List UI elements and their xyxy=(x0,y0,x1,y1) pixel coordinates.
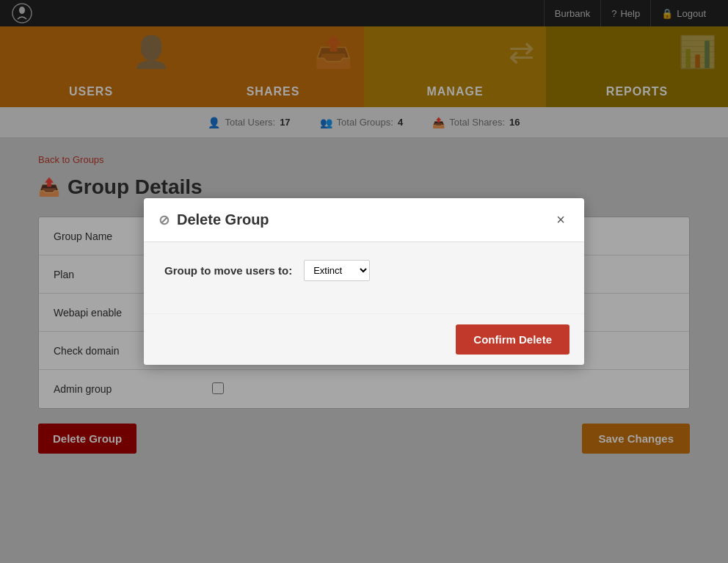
modal-title: ⊘ Delete Group xyxy=(159,211,269,228)
modal-header: ⊘ Delete Group × xyxy=(144,198,584,242)
modal-field-row: Group to move users to: Extinct Group A … xyxy=(164,260,564,281)
delete-group-modal: ⊘ Delete Group × Group to move users to:… xyxy=(144,198,584,365)
modal-footer: Confirm Delete xyxy=(144,313,584,365)
modal-body: Group to move users to: Extinct Group A … xyxy=(144,242,584,313)
confirm-delete-button[interactable]: Confirm Delete xyxy=(456,324,569,355)
modal-field-label: Group to move users to: xyxy=(164,264,292,277)
move-users-to-select[interactable]: Extinct Group A Group B xyxy=(304,260,370,281)
modal-overlay: ⊘ Delete Group × Group to move users to:… xyxy=(0,0,728,563)
modal-select-wrap: Extinct Group A Group B xyxy=(304,260,370,281)
modal-close-button[interactable]: × xyxy=(552,210,569,230)
modal-title-icon: ⊘ xyxy=(159,212,170,228)
